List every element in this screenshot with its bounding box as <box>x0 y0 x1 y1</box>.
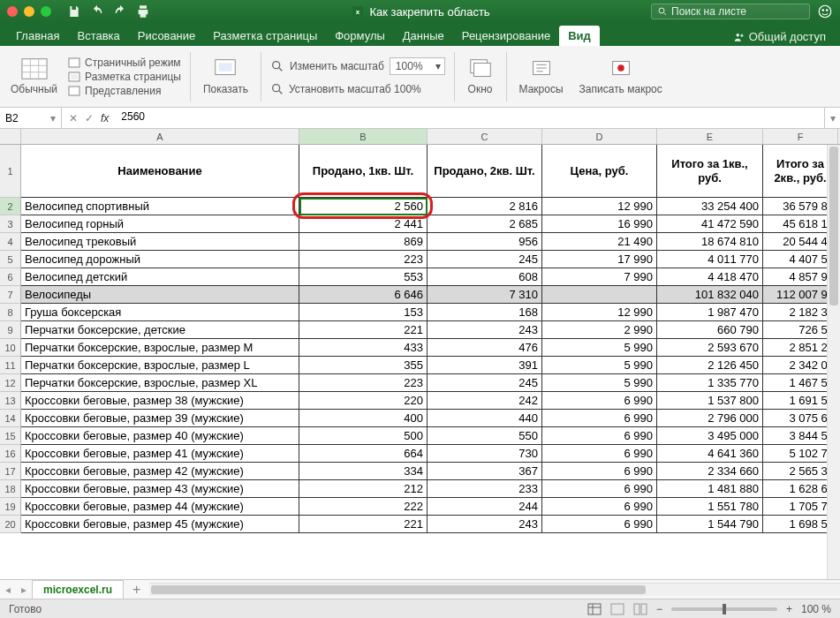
zoom-in[interactable]: + <box>786 603 792 615</box>
header-cell[interactable]: Наименование <box>21 145 299 198</box>
cell[interactable] <box>542 286 657 304</box>
cell[interactable]: 33 254 400 <box>657 198 763 215</box>
cell[interactable]: 1 987 470 <box>657 304 763 321</box>
macros-button[interactable]: Макросы <box>516 56 567 97</box>
zoom-100-button[interactable]: Установить масштаб 100% <box>270 82 445 96</box>
row-header[interactable]: 3 <box>0 215 21 233</box>
cell[interactable]: 6 990 <box>542 392 657 410</box>
tab-nav-next[interactable]: ▸ <box>16 584 32 596</box>
select-all-corner[interactable] <box>0 129 21 144</box>
cell[interactable]: Кроссовки беговые, размер 40 (мужские) <box>21 427 299 445</box>
normal-view-icon[interactable] <box>587 603 602 615</box>
row-header[interactable]: 5 <box>0 251 21 268</box>
tab-formulas[interactable]: Формулы <box>326 26 394 46</box>
cell[interactable]: 956 <box>428 233 542 251</box>
header-cell[interactable]: Продано, 1кв. Шт. <box>299 145 428 198</box>
zoom-out[interactable]: − <box>656 603 662 615</box>
cell[interactable]: Перчатки боксерские, взрослые, размер M <box>21 339 299 357</box>
row-header[interactable]: 6 <box>0 268 21 286</box>
cell[interactable]: Перчатки боксерские, взрослые, размер L <box>21 357 299 374</box>
cell[interactable]: 5 990 <box>542 357 657 374</box>
maximize-icon[interactable] <box>41 6 51 17</box>
cell[interactable]: 3 495 000 <box>657 427 763 445</box>
cell[interactable]: 16 990 <box>542 215 657 233</box>
cell[interactable]: Кроссовки беговые, размер 39 (мужские) <box>21 410 299 427</box>
add-sheet-button[interactable]: + <box>124 582 149 598</box>
cell[interactable]: 101 832 040 <box>657 286 763 304</box>
row-header[interactable]: 7 <box>0 286 21 304</box>
cell[interactable]: 243 <box>428 321 542 339</box>
cell[interactable]: 6 990 <box>542 480 657 498</box>
formula-input[interactable]: 2560 <box>116 108 824 128</box>
page-break-preview[interactable]: Страничный режим <box>68 57 181 69</box>
cell[interactable]: 2 441 <box>299 215 428 233</box>
cell[interactable]: 2 593 670 <box>657 339 763 357</box>
tab-view[interactable]: Вид <box>559 26 600 46</box>
cell[interactable]: 220 <box>299 392 428 410</box>
record-macro-button[interactable]: Записать макрос <box>576 56 666 97</box>
cell[interactable]: 2 126 450 <box>657 357 763 374</box>
cell[interactable]: Кроссовки беговые, размер 45 (мужские) <box>21 516 299 533</box>
cell[interactable]: Кроссовки беговые, размер 44 (мужские) <box>21 498 299 516</box>
row-header[interactable]: 15 <box>0 427 21 445</box>
cell[interactable]: Перчатки боксерские, детские <box>21 321 299 339</box>
cell[interactable]: 334 <box>299 463 428 480</box>
tab-home[interactable]: Главная <box>7 26 68 46</box>
row-header[interactable]: 2 <box>0 198 21 215</box>
sheet-body[interactable]: 1 Наименование Продано, 1кв. Шт. Продано… <box>0 145 840 579</box>
custom-views[interactable]: Представления <box>68 85 181 97</box>
window-button[interactable]: Окно <box>464 56 497 97</box>
close-icon[interactable] <box>7 6 18 17</box>
share-button[interactable]: Общий доступ <box>726 27 833 46</box>
cell[interactable]: Кроссовки беговые, размер 42 (мужские) <box>21 463 299 480</box>
cell[interactable]: 1 481 880 <box>657 480 763 498</box>
cell[interactable]: 233 <box>428 480 542 498</box>
formula-expand[interactable]: ▾ <box>824 108 840 128</box>
cell[interactable]: 4 641 360 <box>657 445 763 463</box>
cell[interactable]: 4 418 470 <box>657 268 763 286</box>
cell[interactable]: 869 <box>299 233 428 251</box>
cell[interactable]: 6 990 <box>542 498 657 516</box>
tab-insert[interactable]: Вставка <box>68 26 128 46</box>
cell[interactable]: 6 990 <box>542 427 657 445</box>
cell[interactable]: 168 <box>428 304 542 321</box>
cell[interactable]: 5 990 <box>542 339 657 357</box>
cell[interactable]: 243 <box>428 516 542 533</box>
col-A[interactable]: A <box>21 129 299 144</box>
cell[interactable]: 12 990 <box>542 198 657 215</box>
cell[interactable]: Велосипед спортивный <box>21 198 299 215</box>
cell[interactable]: 608 <box>428 268 542 286</box>
show-button[interactable]: Показать <box>200 56 252 97</box>
cell[interactable]: Груша боксерская <box>21 304 299 321</box>
page-layout-icon[interactable] <box>610 603 624 615</box>
row-header[interactable]: 4 <box>0 233 21 251</box>
cell[interactable]: Кроссовки беговые, размер 43 (мужские) <box>21 480 299 498</box>
cell[interactable]: 12 990 <box>542 304 657 321</box>
name-box[interactable]: B2▾ <box>0 108 62 128</box>
cell[interactable]: 21 490 <box>542 233 657 251</box>
cell[interactable]: 433 <box>299 339 428 357</box>
cell[interactable]: 500 <box>299 427 428 445</box>
page-layout-view[interactable]: Разметка страницы <box>68 71 181 83</box>
cell[interactable]: Велосипед детский <box>21 268 299 286</box>
cell[interactable]: 6 990 <box>542 410 657 427</box>
redo-icon[interactable] <box>113 4 127 19</box>
undo-icon[interactable] <box>90 4 104 19</box>
fx-icon[interactable]: fx <box>101 112 109 124</box>
cell[interactable]: 355 <box>299 357 428 374</box>
minimize-icon[interactable] <box>24 6 34 17</box>
col-B[interactable]: B <box>299 129 428 144</box>
cell[interactable]: 730 <box>428 445 542 463</box>
row-header[interactable]: 10 <box>0 339 21 357</box>
row-header[interactable]: 8 <box>0 304 21 321</box>
tab-data[interactable]: Данные <box>394 26 453 46</box>
cell[interactable]: 244 <box>428 498 542 516</box>
header-cell[interactable]: Итого за 1кв., руб. <box>657 145 763 198</box>
cell[interactable]: 400 <box>299 410 428 427</box>
cell[interactable]: 1 551 780 <box>657 498 763 516</box>
print-icon[interactable] <box>136 4 150 19</box>
tab-draw[interactable]: Рисование <box>129 26 204 46</box>
cell[interactable]: 550 <box>428 427 542 445</box>
cell[interactable]: 6 990 <box>542 445 657 463</box>
cell[interactable]: Кроссовки беговые, размер 38 (мужские) <box>21 392 299 410</box>
